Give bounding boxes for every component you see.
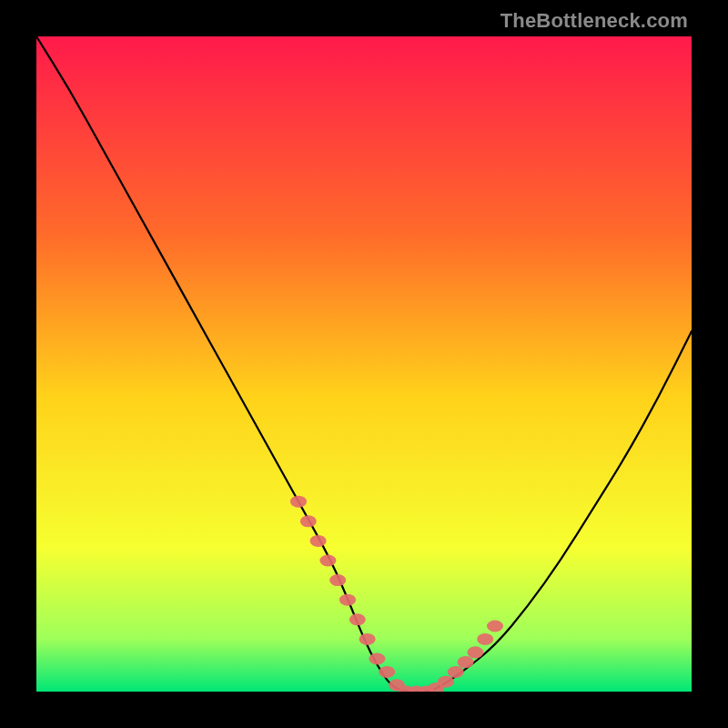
highlight-dot bbox=[359, 633, 376, 645]
highlight-dot bbox=[477, 633, 493, 645]
highlight-dot bbox=[339, 594, 356, 606]
highlight-dot bbox=[379, 666, 395, 678]
highlight-dot bbox=[458, 656, 474, 668]
highlight-dot bbox=[290, 496, 307, 508]
highlight-dot bbox=[319, 555, 336, 567]
highlight-dot bbox=[487, 621, 503, 632]
highlight-dot bbox=[300, 515, 317, 527]
highlight-dot bbox=[329, 574, 346, 586]
highlight-dot bbox=[467, 646, 483, 658]
highlight-dot bbox=[349, 613, 366, 625]
watermark-text: TheBottleneck.com bbox=[500, 9, 688, 33]
highlight-dot bbox=[438, 676, 454, 688]
bottleneck-chart bbox=[36, 36, 692, 692]
highlight-dot bbox=[310, 535, 327, 547]
plot-background bbox=[36, 36, 692, 692]
chart-svg bbox=[36, 36, 692, 692]
highlight-dot bbox=[369, 653, 385, 665]
highlight-dot bbox=[448, 666, 464, 678]
